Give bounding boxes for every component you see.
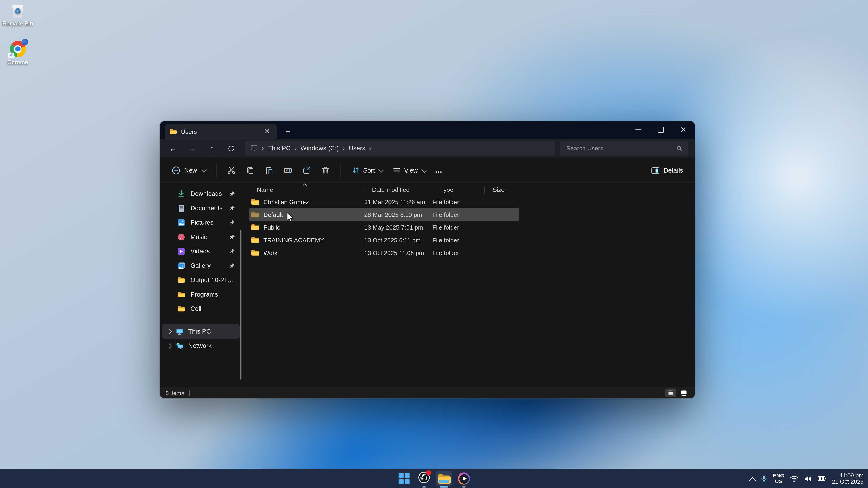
- tab-users[interactable]: Users ✕: [165, 124, 277, 139]
- sort-label: Sort: [363, 167, 375, 173]
- back-button[interactable]: ←: [163, 140, 183, 156]
- details-pane-button[interactable]: Details: [646, 162, 688, 178]
- breadcrumb-item-users[interactable]: Users: [349, 145, 365, 152]
- globe-badge-icon: [21, 39, 28, 45]
- desktop-icon-label: Chrome: [0, 59, 35, 65]
- sidebar-item-this-pc[interactable]: This PC: [162, 324, 240, 338]
- cut-button[interactable]: [222, 161, 241, 179]
- downloads-icon: [177, 190, 185, 198]
- file-row-work[interactable]: Work 13 Oct 2025 11:08 pm File folder: [249, 246, 519, 259]
- sidebar-item-music[interactable]: ♪ Music: [162, 230, 240, 244]
- paste-icon: [265, 166, 274, 175]
- sidebar-item-network[interactable]: Network: [162, 338, 240, 353]
- expand-chevron-icon[interactable]: [166, 329, 172, 334]
- new-tab-button[interactable]: +: [281, 125, 294, 138]
- sidebar-item-videos[interactable]: Videos: [162, 244, 240, 258]
- folder-icon: [251, 235, 260, 245]
- share-button[interactable]: [297, 161, 316, 179]
- chevron-down-icon: [201, 166, 207, 172]
- network-icon: [176, 341, 184, 350]
- more-options-button[interactable]: …: [431, 166, 447, 174]
- maximize-button[interactable]: [649, 121, 672, 138]
- column-header-name[interactable]: Name: [249, 184, 364, 195]
- column-header-type[interactable]: Type: [432, 184, 485, 195]
- sidebar-item-cell-folder[interactable]: Cell: [162, 301, 240, 316]
- file-row-default[interactable]: Default 28 Mar 2025 8:10 pm File folder: [249, 208, 519, 221]
- recycle-bin-icon: ♻: [11, 3, 24, 18]
- clock[interactable]: 11:09 pm 21 Oct 2025: [832, 472, 864, 485]
- breadcrumb[interactable]: › This PC › Windows (C:) › Users ›: [245, 141, 555, 155]
- sort-button[interactable]: Sort: [346, 163, 388, 177]
- breadcrumb-item-this-pc[interactable]: This PC: [268, 145, 290, 152]
- chevron-down-icon: [378, 166, 384, 172]
- this-pc-icon: [250, 144, 258, 152]
- sidebar-item-gallery[interactable]: Gallery: [162, 258, 240, 273]
- volume-icon[interactable]: [804, 475, 812, 482]
- microphone-icon[interactable]: [761, 475, 767, 483]
- pin-icon: [229, 205, 236, 211]
- this-pc-icon: [176, 327, 184, 335]
- new-plus-icon: [172, 166, 181, 175]
- file-row-christian-gomez[interactable]: Christian Gomez 31 Mar 2025 11:26 am Fil…: [249, 195, 519, 208]
- pictures-icon: [177, 218, 185, 227]
- rename-button[interactable]: A: [279, 161, 298, 179]
- refresh-button[interactable]: [221, 140, 241, 156]
- start-button[interactable]: [396, 471, 412, 486]
- folder-icon: [169, 128, 177, 135]
- large-icons-view-icon: [680, 389, 687, 396]
- pin-icon: [229, 248, 236, 254]
- new-button[interactable]: New: [166, 162, 210, 178]
- titlebar[interactable]: Users ✕ + ✕: [160, 121, 695, 139]
- address-bar: ← → ↑ › This PC › Windows (C:) ›: [160, 139, 695, 158]
- details-label: Details: [664, 167, 683, 173]
- up-button[interactable]: ↑: [202, 140, 221, 156]
- minimize-button[interactable]: [627, 121, 649, 138]
- breadcrumb-item-windows-c[interactable]: Windows (C:): [301, 145, 339, 152]
- tray-overflow-chevron-icon[interactable]: [749, 477, 756, 484]
- folder-icon: [251, 223, 260, 232]
- folder-icon: [251, 210, 260, 219]
- delete-button[interactable]: [316, 161, 335, 179]
- taskbar-app-obs[interactable]: [416, 471, 432, 486]
- sidebar-item-output-folder[interactable]: Output 10-21-2025: [162, 273, 240, 287]
- taskbar-app-file-explorer[interactable]: [436, 471, 452, 486]
- close-button[interactable]: ✕: [672, 121, 695, 138]
- chevron-down-icon: [421, 166, 427, 172]
- view-label: View: [404, 167, 418, 173]
- sidebar-item-pictures[interactable]: Pictures: [162, 215, 240, 230]
- tab-close-icon[interactable]: ✕: [262, 127, 272, 135]
- search-input[interactable]: [565, 144, 676, 152]
- sidebar-item-documents[interactable]: Documents: [162, 201, 240, 215]
- column-header-size[interactable]: Size: [485, 184, 519, 195]
- folder-icon: [177, 290, 185, 298]
- tab-title: Users: [181, 128, 258, 135]
- desktop[interactable]: ♻ Recycle Bin ↗ Chrome Users ✕ +: [0, 0, 868, 488]
- sidebar-scrollbar[interactable]: [240, 230, 241, 380]
- paste-button[interactable]: [260, 161, 279, 179]
- system-tray: ENG US 11:09 pm 21 Oct 2025: [750, 469, 864, 488]
- pin-icon: [229, 191, 236, 197]
- forward-button[interactable]: →: [183, 140, 202, 156]
- sidebar-item-programs-folder[interactable]: Programs: [162, 287, 240, 301]
- desktop-icon-chrome[interactable]: ↗ Chrome: [0, 41, 35, 65]
- language-indicator[interactable]: ENG US: [773, 473, 784, 484]
- copy-button[interactable]: [241, 161, 260, 179]
- wifi-icon[interactable]: [790, 475, 798, 482]
- taskbar-app-media-player[interactable]: [456, 471, 472, 486]
- status-bar: 5 items: [160, 387, 695, 398]
- desktop-icon-recycle-bin[interactable]: ♻ Recycle Bin: [0, 3, 35, 27]
- file-row-public[interactable]: Public 13 May 2025 7:51 pm File folder: [249, 221, 519, 233]
- search-box[interactable]: [560, 141, 688, 155]
- new-label: New: [184, 167, 197, 173]
- large-icons-view-toggle[interactable]: [679, 389, 689, 397]
- view-button[interactable]: View: [388, 163, 431, 177]
- sidebar-item-downloads[interactable]: Downloads: [162, 187, 240, 201]
- details-view-toggle[interactable]: [665, 389, 676, 397]
- expand-chevron-icon[interactable]: [166, 343, 172, 349]
- screen: ♻ Recycle Bin ↗ Chrome Users ✕ +: [0, 0, 868, 488]
- running-indicator: [423, 486, 426, 488]
- column-header-date-modified[interactable]: Date modified: [364, 184, 432, 195]
- divider: [189, 390, 190, 396]
- battery-charging-icon[interactable]: [817, 475, 827, 482]
- file-row-training-academy[interactable]: TRAINING ACADEMY 13 Oct 2025 6:11 pm Fil…: [249, 233, 519, 246]
